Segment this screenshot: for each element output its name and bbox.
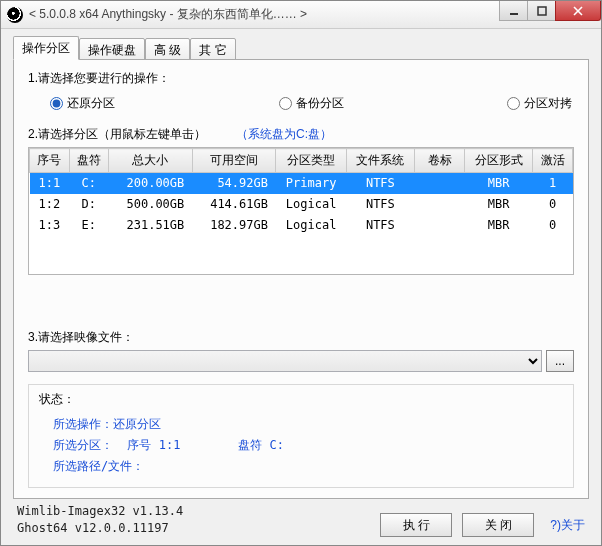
- browse-button[interactable]: ...: [546, 350, 574, 372]
- section2-label: 2.请选择分区（用鼠标左键单击）: [28, 126, 206, 143]
- col-vol[interactable]: 卷标: [415, 149, 465, 173]
- system-disk-note: （系统盘为C:盘）: [236, 126, 332, 147]
- execute-button[interactable]: 执 行: [380, 513, 452, 537]
- table-row[interactable]: 1:1C:200.00GB54.92GBPrimaryNTFSMBR1: [30, 173, 573, 194]
- col-ptype[interactable]: 分区类型: [276, 149, 346, 173]
- radio-backup[interactable]: 备份分区: [279, 95, 344, 112]
- grid-header-row: 序号 盘符 总大小 可用空间 分区类型 文件系统 卷标 分区形式 激活: [30, 149, 573, 173]
- table-row[interactable]: 1:3E:231.51GB182.97GBLogicalNTFSMBR0: [30, 215, 573, 236]
- image-file-combo[interactable]: [28, 350, 542, 372]
- radio-clone-label: 分区对拷: [524, 95, 572, 112]
- section1-label: 1.请选择您要进行的操作：: [28, 70, 574, 87]
- tab-other[interactable]: 其 它: [190, 38, 235, 60]
- col-free[interactable]: 可用空间: [192, 149, 276, 173]
- col-seq[interactable]: 序号: [30, 149, 70, 173]
- tab-operate-disk[interactable]: 操作硬盘: [79, 38, 145, 60]
- radio-backup-label: 备份分区: [296, 95, 344, 112]
- svg-rect-1: [538, 7, 546, 15]
- radio-restore-label: 还原分区: [67, 95, 115, 112]
- window-controls: [499, 1, 601, 21]
- radio-restore-input[interactable]: [50, 97, 63, 110]
- partition-grid[interactable]: 序号 盘符 总大小 可用空间 分区类型 文件系统 卷标 分区形式 激活: [28, 147, 574, 275]
- status-title: 状态：: [39, 391, 563, 408]
- col-scheme[interactable]: 分区形式: [465, 149, 533, 173]
- col-letter[interactable]: 盘符: [69, 149, 109, 173]
- about-link[interactable]: ?)关于: [550, 517, 585, 534]
- status-partition: 所选分区： 序号 1:1 盘符 C:: [39, 435, 563, 456]
- footer: Wimlib-Imagex32 v1.13.4 Ghost64 v12.0.0.…: [13, 499, 589, 537]
- minimize-button[interactable]: [499, 1, 527, 21]
- col-fs[interactable]: 文件系统: [346, 149, 414, 173]
- status-path: 所选路径/文件：: [39, 456, 563, 477]
- close-app-button[interactable]: 关 闭: [462, 513, 534, 537]
- version-wimlib: Wimlib-Imagex32 v1.13.4: [17, 503, 183, 520]
- titlebar[interactable]: < 5.0.0.8 x64 Anythingsky - 复杂的东西简单化…… >: [1, 1, 601, 29]
- maximize-button[interactable]: [527, 1, 555, 21]
- app-yinyang-icon: [7, 7, 23, 23]
- radio-clone[interactable]: 分区对拷: [507, 95, 572, 112]
- radio-restore[interactable]: 还原分区: [50, 95, 115, 112]
- radio-clone-input[interactable]: [507, 97, 520, 110]
- close-button[interactable]: [555, 1, 601, 21]
- tab-advanced[interactable]: 高 级: [145, 38, 190, 60]
- tabstrip: 操作分区 操作硬盘 高 级 其 它: [13, 35, 589, 59]
- section3-label: 3.请选择映像文件：: [28, 329, 574, 346]
- radio-backup-input[interactable]: [279, 97, 292, 110]
- operation-radios: 还原分区 备份分区 分区对拷: [28, 91, 574, 118]
- tab-panel: 1.请选择您要进行的操作： 还原分区 备份分区 分区对拷: [13, 59, 589, 499]
- version-info: Wimlib-Imagex32 v1.13.4 Ghost64 v12.0.0.…: [17, 503, 183, 537]
- col-active[interactable]: 激活: [533, 149, 573, 173]
- col-total[interactable]: 总大小: [109, 149, 193, 173]
- tab-operate-partition[interactable]: 操作分区: [13, 36, 79, 60]
- content-area: 操作分区 操作硬盘 高 级 其 它 1.请选择您要进行的操作： 还原分区 备份分…: [1, 29, 601, 545]
- version-ghost: Ghost64 v12.0.0.11197: [17, 520, 183, 537]
- status-box: 状态： 所选操作：还原分区 所选分区： 序号 1:1 盘符 C: 所选路径/文件…: [28, 384, 574, 488]
- status-operation: 所选操作：还原分区: [39, 414, 563, 435]
- table-row[interactable]: 1:2D:500.00GB414.61GBLogicalNTFSMBR0: [30, 194, 573, 215]
- app-window: < 5.0.0.8 x64 Anythingsky - 复杂的东西简单化…… >…: [0, 0, 602, 546]
